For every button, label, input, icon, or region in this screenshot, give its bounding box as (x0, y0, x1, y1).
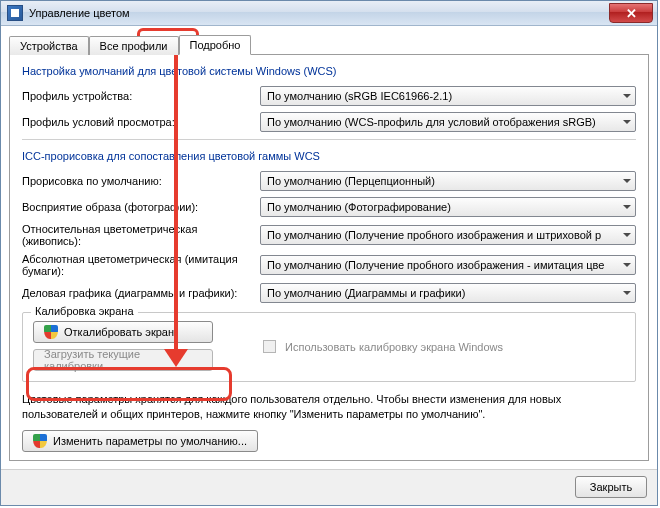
chevron-down-icon (623, 94, 631, 98)
row-perception: Восприятие образа (фотографии): По умолч… (22, 197, 636, 217)
row-relative: Относительная цветометрическая (живопись… (22, 223, 636, 247)
select-default-rendering[interactable]: По умолчанию (Перцепционный) (260, 171, 636, 191)
chevron-down-icon (623, 233, 631, 237)
label-relative: Относительная цветометрическая (живопись… (22, 223, 252, 247)
label-default-rendering: Прорисовка по умолчанию: (22, 175, 252, 187)
chevron-down-icon (623, 120, 631, 124)
select-device-profile-value: По умолчанию (sRGB IEC61966-2.1) (267, 90, 452, 102)
select-relative-value: По умолчанию (Получение пробного изображ… (267, 229, 601, 241)
tab-advanced[interactable]: Подробно (179, 35, 252, 55)
row-absolute: Абсолютная цветометрическая (имитация бу… (22, 253, 636, 277)
chevron-down-icon (623, 291, 631, 295)
select-device-profile[interactable]: По умолчанию (sRGB IEC61966-2.1) (260, 86, 636, 106)
select-business-value: По умолчанию (Диаграммы и графики) (267, 287, 465, 299)
row-device-profile: Профиль устройства: По умолчанию (sRGB I… (22, 86, 636, 106)
advanced-panel: Настройка умолчаний для цветовой системы… (9, 54, 649, 461)
label-absolute: Абсолютная цветометрическая (имитация бу… (22, 253, 252, 277)
tab-all-profiles[interactable]: Все профили (89, 36, 179, 55)
calibration-group: Калибровка экрана Откалибровать экран За… (22, 312, 636, 382)
calibration-row: Откалибровать экран Загрузить текущие ка… (33, 321, 625, 371)
close-dialog-label: Закрыть (590, 481, 632, 493)
client-area: Устройства Все профили Подробно Настройк… (1, 26, 657, 469)
close-dialog-button[interactable]: Закрыть (575, 476, 647, 498)
tab-devices[interactable]: Устройства (9, 36, 89, 55)
label-perception: Восприятие образа (фотографии): (22, 201, 252, 213)
color-management-window: Управление цветом ✕ Устройства Все профи… (0, 0, 658, 506)
select-business[interactable]: По умолчанию (Диаграммы и графики) (260, 283, 636, 303)
titlebar: Управление цветом ✕ (1, 1, 657, 26)
use-windows-calibration-label: Использовать калибровку экрана Windows (285, 341, 503, 353)
select-absolute[interactable]: По умолчанию (Получение пробного изображ… (260, 255, 636, 275)
chevron-down-icon (623, 263, 631, 267)
select-perception[interactable]: По умолчанию (Фотографирование) (260, 197, 636, 217)
change-defaults-label: Изменить параметры по умолчанию... (53, 435, 247, 447)
select-perception-value: По умолчанию (Фотографирование) (267, 201, 451, 213)
chevron-down-icon (623, 179, 631, 183)
label-business: Деловая графика (диаграммы и графики): (22, 287, 252, 299)
hint-text: Цветовые параметры хранятся для каждого … (22, 392, 636, 422)
select-default-rendering-value: По умолчанию (Перцепционный) (267, 175, 435, 187)
calibration-legend: Калибровка экрана (31, 305, 138, 317)
change-defaults-button[interactable]: Изменить параметры по умолчанию... (22, 430, 258, 452)
group-icc-title: ICC-прорисовка для сопоставления цветово… (22, 150, 636, 162)
close-button[interactable]: ✕ (609, 3, 653, 23)
chevron-down-icon (623, 205, 631, 209)
close-icon: ✕ (626, 6, 637, 21)
calibration-checkbox-area: Использовать калибровку экрана Windows (233, 340, 625, 353)
label-device-profile: Профиль устройства: (22, 90, 252, 102)
app-icon (7, 5, 23, 21)
change-defaults-row: Изменить параметры по умолчанию... (22, 430, 636, 452)
divider (22, 139, 636, 140)
row-default-rendering: Прорисовка по умолчанию: По умолчанию (П… (22, 171, 636, 191)
reload-calibrations-button: Загрузить текущие калибровки (33, 349, 213, 371)
label-viewing-profile: Профиль условий просмотра: (22, 116, 252, 128)
group-wcs-title: Настройка умолчаний для цветовой системы… (22, 65, 636, 77)
uac-shield-icon (33, 434, 47, 448)
select-absolute-value: По умолчанию (Получение пробного изображ… (267, 259, 604, 271)
reload-calibrations-label: Загрузить текущие калибровки (44, 348, 202, 372)
calibrate-display-button[interactable]: Откалибровать экран (33, 321, 213, 343)
use-windows-calibration-checkbox (263, 340, 276, 353)
window-title: Управление цветом (29, 7, 130, 19)
row-viewing-profile: Профиль условий просмотра: По умолчанию … (22, 112, 636, 132)
calibrate-display-label: Откалибровать экран (64, 326, 174, 338)
select-relative[interactable]: По умолчанию (Получение пробного изображ… (260, 225, 636, 245)
select-viewing-profile[interactable]: По умолчанию (WCS-профиль для условий от… (260, 112, 636, 132)
uac-shield-icon (44, 325, 58, 339)
select-viewing-profile-value: По умолчанию (WCS-профиль для условий от… (267, 116, 596, 128)
row-business: Деловая графика (диаграммы и графики): П… (22, 283, 636, 303)
dialog-footer: Закрыть (1, 469, 657, 505)
tab-bar: Устройства Все профили Подробно (9, 32, 649, 54)
calibration-buttons: Откалибровать экран Загрузить текущие ка… (33, 321, 233, 371)
